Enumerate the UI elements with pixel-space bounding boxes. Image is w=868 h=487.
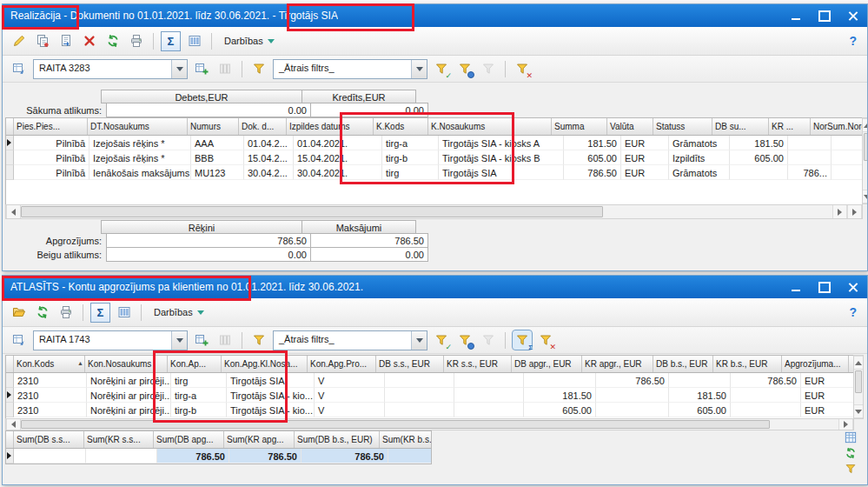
remove-filter-icon[interactable]: ✕	[536, 330, 555, 350]
view-settings-icon[interactable]	[10, 330, 29, 350]
copy-document-icon[interactable]	[33, 31, 52, 50]
cell[interactable]: 30.04.2021.	[294, 165, 382, 180]
column-header[interactable]: Pies.Pies...	[14, 118, 88, 135]
column-header[interactable]: DB s.s., EUR	[376, 356, 444, 372]
column-header[interactable]: Valūta	[607, 118, 653, 135]
save-view-icon[interactable]	[192, 59, 211, 78]
column-header[interactable]: Sum(KR b.s., EUR)	[380, 431, 432, 448]
view-select-dropdown-button[interactable]	[171, 60, 187, 78]
cell[interactable]: Tirgotājs SIA	[439, 165, 564, 180]
cell[interactable]: V	[315, 388, 385, 403]
refresh-icon[interactable]	[103, 31, 123, 50]
cell[interactable]	[385, 403, 454, 417]
vertical-scrollbar[interactable]	[862, 117, 867, 204]
delete-icon[interactable]	[80, 31, 99, 50]
scroll-left-button[interactable]	[6, 419, 21, 430]
cell[interactable]: 30.04.2...	[244, 165, 294, 180]
table-row[interactable]: PilnībāIzejošais rēķins *BBB15.04.2...15…	[6, 150, 862, 165]
cell[interactable]: Pilnībā	[14, 165, 89, 180]
cell[interactable]	[385, 373, 454, 388]
maximize-button[interactable]	[810, 4, 838, 27]
view-select[interactable]: RAITA 1743	[33, 330, 188, 350]
scroll-end-button[interactable]	[847, 205, 862, 218]
view-select-dropdown-button[interactable]	[171, 331, 187, 350]
help-button[interactable]: ?	[845, 305, 860, 319]
scrollbar-track[interactable]	[770, 419, 838, 430]
cell[interactable]: 2310	[14, 388, 87, 403]
cell[interactable]: Norēķini ar pircēji...	[87, 403, 171, 417]
column-header[interactable]: DT.Nosaukums	[88, 118, 188, 135]
cell[interactable]: 181.50	[564, 136, 621, 150]
cell[interactable]: 605.00	[564, 150, 621, 165]
column-header[interactable]: Apgrozījuma...	[782, 356, 849, 372]
horizontal-scrollbar[interactable]	[5, 204, 863, 219]
filter-icon[interactable]	[842, 462, 859, 476]
filter-icon[interactable]	[249, 330, 268, 350]
columns-icon[interactable]	[185, 31, 204, 50]
sum-table-icon[interactable]: Σ	[161, 31, 181, 51]
actions-menu-button[interactable]: Darbības	[219, 33, 280, 49]
column-header[interactable]: Sum(KR apg...	[224, 431, 295, 448]
cell[interactable]: 786.50	[731, 373, 801, 388]
filter-settings-icon[interactable]	[455, 330, 474, 350]
column-header[interactable]: Kon.Nosaukums	[85, 356, 168, 372]
column-header[interactable]: Sum(DB b.s., EUR)	[295, 431, 380, 448]
cell[interactable]: 605.00	[524, 403, 596, 417]
horizontal-scrollbar[interactable]	[5, 418, 854, 430]
cell[interactable]: 15.04.2...	[244, 150, 294, 165]
close-button[interactable]	[838, 4, 867, 27]
column-header[interactable]: Sum(KR s.s...	[84, 431, 154, 448]
cell[interactable]: 786.50	[564, 165, 621, 180]
cell[interactable]: 605.00	[669, 403, 731, 417]
cell[interactable]: 181.50	[669, 388, 731, 403]
view-select[interactable]: RAITA 3283	[33, 59, 188, 79]
cell[interactable]	[669, 373, 731, 388]
column-header[interactable]: Kon.Kods▲	[14, 356, 85, 372]
column-header[interactable]: K.Nosaukums	[428, 118, 552, 135]
cell[interactable]: V	[315, 373, 385, 388]
cell[interactable]	[596, 403, 669, 417]
cell[interactable]: 181.50	[832, 136, 863, 150]
scroll-down-button[interactable]	[863, 190, 867, 203]
cell[interactable]: 01.04.2021.	[294, 136, 382, 150]
help-button[interactable]: ?	[845, 34, 860, 48]
column-header[interactable]: KR b.s., EUR	[713, 356, 782, 372]
cell[interactable]: 605.00	[832, 150, 863, 165]
clear-filter-icon[interactable]	[479, 59, 498, 78]
cell[interactable]: Tirgotājs SIA - kiosks B	[439, 150, 564, 165]
cell[interactable]: Izpildīts	[669, 150, 730, 165]
column-header[interactable]: KR s.s., EUR	[444, 356, 512, 372]
cell[interactable]: AAA	[191, 136, 244, 150]
column-header[interactable]: NorSum.Norēķinu līniju DB s...	[811, 118, 863, 135]
table-row[interactable]: PilnībāIenākošais maksājumsMU12330.04.2.…	[6, 165, 862, 180]
table-row[interactable]: 2310Norēķini ar pircēji...tirgTirgotājs …	[6, 373, 853, 388]
cell[interactable]: Pilnībā	[14, 136, 89, 150]
column-header[interactable]: DB su...	[712, 118, 769, 135]
column-header[interactable]: Numurs	[188, 118, 239, 135]
cell[interactable]	[454, 373, 524, 388]
cell[interactable]: 2310	[14, 373, 87, 388]
vertical-scrollbar-thumb[interactable]	[855, 370, 862, 393]
cell[interactable]: MU123	[191, 165, 244, 180]
apply-filter-icon[interactable]: ✓	[432, 330, 451, 350]
cell[interactable]: V	[315, 403, 385, 417]
column-header[interactable]: DB apgr., EUR	[512, 356, 582, 372]
maximize-button[interactable]	[810, 276, 838, 298]
save-view-icon[interactable]	[192, 330, 211, 350]
cell[interactable]: BBB	[191, 150, 244, 165]
cell[interactable]: Tirgotājs SIA - kio...	[227, 403, 315, 417]
cell[interactable]: Tirgotājs SIA - kiosks A	[439, 136, 564, 150]
print-icon[interactable]	[56, 303, 76, 322]
scroll-right-button[interactable]	[832, 205, 847, 218]
quick-filter-select[interactable]: _Ātrais filtrs_	[273, 330, 427, 350]
cell[interactable]: tirg	[382, 165, 439, 180]
cell[interactable]	[731, 388, 801, 403]
refresh-icon[interactable]	[33, 303, 52, 322]
column-header[interactable]: Dok. d...	[239, 118, 287, 135]
cell[interactable]: tirg-a	[171, 388, 227, 403]
cell[interactable]: Norēķini ar pircēji...	[87, 388, 171, 403]
clear-filter-icon[interactable]	[479, 330, 498, 350]
view-settings-icon[interactable]	[10, 59, 29, 78]
cell[interactable]: tirg-b	[382, 150, 439, 165]
cell[interactable]: 15.04.2021.	[294, 150, 382, 165]
